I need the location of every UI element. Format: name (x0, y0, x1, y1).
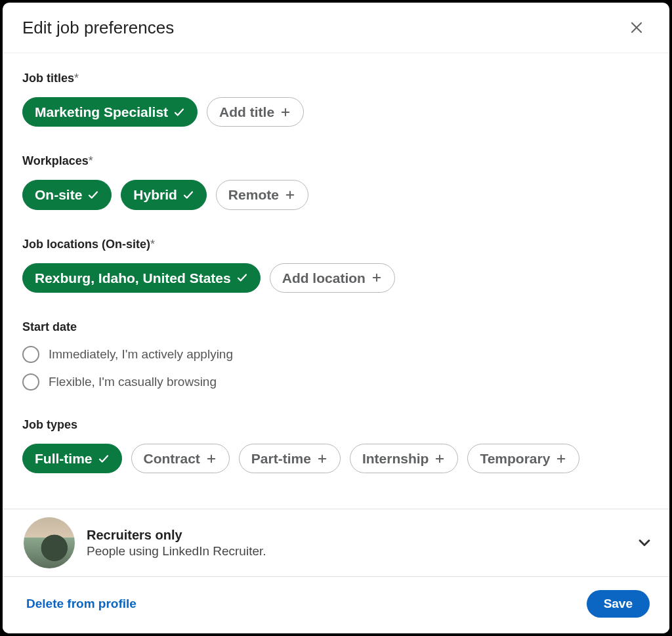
check-icon (98, 453, 110, 465)
label-text: Job locations (On-site) (22, 238, 150, 251)
visibility-subtitle: People using LinkedIn Recruiter. (87, 544, 623, 559)
pill-remote[interactable]: Remote (216, 180, 308, 209)
pill-label: Contract (144, 450, 200, 467)
job-types-pills: Full-time Contract Part-time Internship … (22, 444, 650, 473)
check-icon (173, 106, 185, 118)
plus-icon (316, 453, 328, 465)
plus-icon (555, 453, 567, 465)
section-start-date: Start date Immediately, I'm actively app… (22, 320, 650, 391)
pill-full-time[interactable]: Full-time (22, 444, 122, 473)
modal-title: Edit job preferences (22, 18, 174, 38)
pill-label: Add location (282, 269, 366, 287)
pill-add-location[interactable]: Add location (270, 263, 395, 293)
label-text: Job titles (22, 72, 74, 85)
pill-part-time[interactable]: Part-time (239, 444, 341, 473)
check-icon (87, 189, 99, 201)
locations-pills: Rexburg, Idaho, United States Add locati… (22, 263, 650, 293)
section-job-locations: Job locations (On-site)* Rexburg, Idaho,… (22, 238, 650, 293)
pill-label: Marketing Specialist (35, 103, 168, 121)
pill-on-site[interactable]: On-site (22, 180, 112, 209)
chevron-down-icon[interactable] (635, 534, 654, 552)
section-label: Job titles* (22, 72, 650, 85)
pill-label: On-site (35, 186, 82, 203)
pill-rexburg-idaho[interactable]: Rexburg, Idaho, United States (22, 263, 261, 293)
pill-label: Part-time (251, 450, 311, 467)
check-icon (182, 189, 194, 201)
close-icon (629, 20, 644, 35)
modal-footer: Delete from profile Save (3, 576, 669, 633)
pill-label: Internship (362, 450, 429, 467)
modal-header: Edit job preferences (3, 3, 669, 53)
pill-add-title[interactable]: Add title (207, 97, 304, 127)
radio-icon (22, 373, 39, 391)
label-text: Workplaces (22, 154, 89, 167)
radio-label: Immediately, I'm actively applying (49, 347, 233, 362)
plus-icon (371, 272, 383, 284)
section-job-titles: Job titles* Marketing Specialist Add tit… (22, 72, 650, 127)
section-label: Job types (22, 418, 650, 432)
edit-job-preferences-modal: Edit job preferences Job titles* Marketi… (3, 3, 669, 633)
pill-label: Rexburg, Idaho, United States (35, 269, 231, 287)
pill-label: Full-time (35, 450, 93, 467)
start-date-radio-group: Immediately, I'm actively applying Flexi… (22, 346, 650, 391)
pill-temporary[interactable]: Temporary (467, 444, 579, 473)
pill-internship[interactable]: Internship (350, 444, 459, 473)
plus-icon (434, 453, 446, 465)
visibility-title: Recruiters only (87, 528, 623, 543)
visibility-bar[interactable]: Recruiters only People using LinkedIn Re… (3, 509, 669, 576)
plus-icon (284, 189, 296, 201)
section-workplaces: Workplaces* On-site Hybrid Remote (22, 154, 650, 209)
pill-marketing-specialist[interactable]: Marketing Specialist (22, 97, 198, 127)
radio-flexible[interactable]: Flexible, I'm casually browsing (22, 373, 650, 391)
pill-label: Temporary (480, 450, 550, 467)
delete-from-profile-link[interactable]: Delete from profile (26, 597, 136, 611)
section-label: Job locations (On-site)* (22, 238, 650, 251)
radio-immediately[interactable]: Immediately, I'm actively applying (22, 346, 650, 363)
plus-icon (280, 106, 291, 118)
close-button[interactable] (623, 14, 650, 41)
required-mark: * (150, 238, 155, 251)
radio-icon (22, 346, 39, 363)
radio-label: Flexible, I'm casually browsing (49, 375, 217, 389)
plus-icon (205, 453, 217, 465)
section-job-types: Job types Full-time Contract Part-time I… (22, 418, 650, 473)
pill-label: Add title (219, 103, 274, 121)
workplaces-pills: On-site Hybrid Remote (22, 180, 650, 209)
pill-contract[interactable]: Contract (131, 444, 230, 473)
required-mark: * (89, 154, 93, 167)
pill-label: Hybrid (133, 186, 177, 203)
pill-label: Remote (228, 186, 279, 203)
visibility-text: Recruiters only People using LinkedIn Re… (87, 528, 623, 559)
section-label: Workplaces* (22, 154, 650, 168)
pill-hybrid[interactable]: Hybrid (121, 180, 207, 209)
modal-body: Job titles* Marketing Specialist Add tit… (3, 53, 669, 509)
avatar (24, 517, 75, 568)
section-label: Start date (22, 320, 650, 334)
job-titles-pills: Marketing Specialist Add title (22, 97, 650, 127)
save-button[interactable]: Save (587, 590, 650, 618)
required-mark: * (74, 72, 79, 85)
check-icon (236, 272, 248, 284)
